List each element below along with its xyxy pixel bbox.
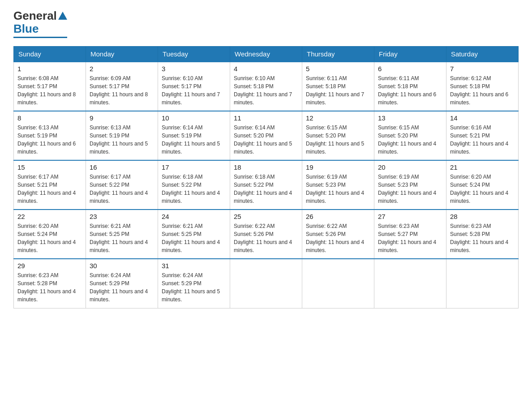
calendar-cell <box>446 259 519 308</box>
day-number: 19 <box>306 163 370 171</box>
calendar-cell: 30 Sunrise: 6:24 AM Sunset: 5:29 PM Dayl… <box>86 259 158 308</box>
header-row: SundayMondayTuesdayWednesdayThursdayFrid… <box>14 47 519 62</box>
day-info: Sunrise: 6:13 AM Sunset: 5:19 PM Dayligh… <box>17 124 82 156</box>
day-number: 28 <box>450 213 515 220</box>
day-number: 31 <box>162 262 226 270</box>
calendar-cell: 8 Sunrise: 6:13 AM Sunset: 5:19 PM Dayli… <box>14 111 86 160</box>
day-info: Sunrise: 6:15 AM Sunset: 5:20 PM Dayligh… <box>306 124 370 156</box>
day-info: Sunrise: 6:21 AM Sunset: 5:25 PM Dayligh… <box>90 222 154 254</box>
day-info: Sunrise: 6:10 AM Sunset: 5:17 PM Dayligh… <box>162 74 226 107</box>
day-info: Sunrise: 6:19 AM Sunset: 5:23 PM Dayligh… <box>378 173 442 205</box>
day-number: 23 <box>90 213 154 220</box>
calendar-cell: 27 Sunrise: 6:23 AM Sunset: 5:27 PM Dayl… <box>374 210 446 259</box>
logo: General Blue <box>13 9 67 38</box>
day-info: Sunrise: 6:23 AM Sunset: 5:28 PM Dayligh… <box>17 271 82 304</box>
calendar-cell: 15 Sunrise: 6:17 AM Sunset: 5:21 PM Dayl… <box>14 160 86 210</box>
calendar-cell: 2 Sunrise: 6:09 AM Sunset: 5:17 PM Dayli… <box>86 62 158 111</box>
day-number: 30 <box>90 262 154 270</box>
calendar-cell: 3 Sunrise: 6:10 AM Sunset: 5:17 PM Dayli… <box>158 62 230 111</box>
header-thursday: Thursday <box>302 47 374 62</box>
calendar-cell: 31 Sunrise: 6:24 AM Sunset: 5:29 PM Dayl… <box>158 259 230 308</box>
calendar-cell: 22 Sunrise: 6:20 AM Sunset: 5:24 PM Dayl… <box>14 210 86 259</box>
day-info: Sunrise: 6:19 AM Sunset: 5:23 PM Dayligh… <box>306 173 370 205</box>
header-monday: Monday <box>86 47 158 62</box>
day-info: Sunrise: 6:23 AM Sunset: 5:27 PM Dayligh… <box>378 222 442 254</box>
calendar-table: SundayMondayTuesdayWednesdayThursdayFrid… <box>13 46 519 308</box>
day-number: 15 <box>17 163 82 171</box>
day-number: 26 <box>306 213 370 220</box>
calendar-cell: 29 Sunrise: 6:23 AM Sunset: 5:28 PM Dayl… <box>14 259 86 308</box>
calendar-cell: 17 Sunrise: 6:18 AM Sunset: 5:22 PM Dayl… <box>158 160 230 210</box>
day-info: Sunrise: 6:11 AM Sunset: 5:18 PM Dayligh… <box>378 74 442 107</box>
day-number: 1 <box>17 65 82 73</box>
day-number: 10 <box>162 114 226 122</box>
week-row-1: 1 Sunrise: 6:08 AM Sunset: 5:17 PM Dayli… <box>14 62 519 111</box>
day-number: 25 <box>234 213 298 220</box>
calendar-cell: 10 Sunrise: 6:14 AM Sunset: 5:19 PM Dayl… <box>158 111 230 160</box>
calendar-cell: 20 Sunrise: 6:19 AM Sunset: 5:23 PM Dayl… <box>374 160 446 210</box>
day-number: 6 <box>378 65 442 73</box>
day-number: 13 <box>378 114 442 122</box>
day-number: 11 <box>234 114 298 122</box>
day-info: Sunrise: 6:15 AM Sunset: 5:20 PM Dayligh… <box>378 124 442 156</box>
day-info: Sunrise: 6:22 AM Sunset: 5:26 PM Dayligh… <box>234 222 298 254</box>
calendar-cell: 9 Sunrise: 6:13 AM Sunset: 5:19 PM Dayli… <box>86 111 158 160</box>
day-info: Sunrise: 6:20 AM Sunset: 5:24 PM Dayligh… <box>17 222 82 254</box>
day-info: Sunrise: 6:22 AM Sunset: 5:26 PM Dayligh… <box>306 222 370 254</box>
day-number: 9 <box>90 114 154 122</box>
week-row-5: 29 Sunrise: 6:23 AM Sunset: 5:28 PM Dayl… <box>14 259 519 308</box>
logo-underline <box>13 37 67 38</box>
day-info: Sunrise: 6:10 AM Sunset: 5:18 PM Dayligh… <box>234 74 298 107</box>
header-friday: Friday <box>374 47 446 62</box>
week-row-2: 8 Sunrise: 6:13 AM Sunset: 5:19 PM Dayli… <box>14 111 519 160</box>
calendar-cell <box>374 259 446 308</box>
calendar-cell: 13 Sunrise: 6:15 AM Sunset: 5:20 PM Dayl… <box>374 111 446 160</box>
calendar-cell: 28 Sunrise: 6:23 AM Sunset: 5:28 PM Dayl… <box>446 210 519 259</box>
week-row-3: 15 Sunrise: 6:17 AM Sunset: 5:21 PM Dayl… <box>14 160 519 210</box>
day-number: 21 <box>450 163 515 171</box>
day-number: 17 <box>162 163 226 171</box>
header-sunday: Sunday <box>14 47 86 62</box>
day-number: 8 <box>17 114 82 122</box>
day-number: 29 <box>17 262 82 270</box>
day-info: Sunrise: 6:11 AM Sunset: 5:18 PM Dayligh… <box>306 74 370 107</box>
day-number: 20 <box>378 163 442 171</box>
calendar-cell: 24 Sunrise: 6:21 AM Sunset: 5:25 PM Dayl… <box>158 210 230 259</box>
calendar-cell: 5 Sunrise: 6:11 AM Sunset: 5:18 PM Dayli… <box>302 62 374 111</box>
calendar-cell: 18 Sunrise: 6:18 AM Sunset: 5:22 PM Dayl… <box>230 160 302 210</box>
day-number: 12 <box>306 114 370 122</box>
day-info: Sunrise: 6:17 AM Sunset: 5:21 PM Dayligh… <box>17 173 82 205</box>
calendar-cell: 6 Sunrise: 6:11 AM Sunset: 5:18 PM Dayli… <box>374 62 446 111</box>
calendar-cell: 12 Sunrise: 6:15 AM Sunset: 5:20 PM Dayl… <box>302 111 374 160</box>
day-number: 2 <box>90 65 154 73</box>
day-info: Sunrise: 6:13 AM Sunset: 5:19 PM Dayligh… <box>90 124 154 156</box>
day-number: 4 <box>234 65 298 73</box>
day-info: Sunrise: 6:24 AM Sunset: 5:29 PM Dayligh… <box>162 271 226 304</box>
calendar-cell <box>302 259 374 308</box>
day-info: Sunrise: 6:16 AM Sunset: 5:21 PM Dayligh… <box>450 124 515 156</box>
logo-general-text: General <box>13 9 57 23</box>
page-header: General Blue <box>13 9 519 38</box>
calendar-cell: 4 Sunrise: 6:10 AM Sunset: 5:18 PM Dayli… <box>230 62 302 111</box>
logo-blue-text: Blue <box>13 22 39 36</box>
calendar-cell: 21 Sunrise: 6:20 AM Sunset: 5:24 PM Dayl… <box>446 160 519 210</box>
calendar-cell: 26 Sunrise: 6:22 AM Sunset: 5:26 PM Dayl… <box>302 210 374 259</box>
header-wednesday: Wednesday <box>230 47 302 62</box>
day-number: 14 <box>450 114 515 122</box>
day-info: Sunrise: 6:14 AM Sunset: 5:20 PM Dayligh… <box>234 124 298 156</box>
header-saturday: Saturday <box>446 47 519 62</box>
day-number: 5 <box>306 65 370 73</box>
day-info: Sunrise: 6:24 AM Sunset: 5:29 PM Dayligh… <box>90 271 154 304</box>
day-number: 7 <box>450 65 515 73</box>
calendar-cell: 14 Sunrise: 6:16 AM Sunset: 5:21 PM Dayl… <box>446 111 519 160</box>
day-info: Sunrise: 6:18 AM Sunset: 5:22 PM Dayligh… <box>162 173 226 205</box>
day-number: 24 <box>162 213 226 220</box>
calendar-cell: 11 Sunrise: 6:14 AM Sunset: 5:20 PM Dayl… <box>230 111 302 160</box>
day-number: 27 <box>378 213 442 220</box>
day-info: Sunrise: 6:12 AM Sunset: 5:18 PM Dayligh… <box>450 74 515 107</box>
calendar-cell: 16 Sunrise: 6:17 AM Sunset: 5:22 PM Dayl… <box>86 160 158 210</box>
day-number: 18 <box>234 163 298 171</box>
day-info: Sunrise: 6:14 AM Sunset: 5:19 PM Dayligh… <box>162 124 226 156</box>
calendar-cell: 7 Sunrise: 6:12 AM Sunset: 5:18 PM Dayli… <box>446 62 519 111</box>
day-info: Sunrise: 6:17 AM Sunset: 5:22 PM Dayligh… <box>90 173 154 205</box>
